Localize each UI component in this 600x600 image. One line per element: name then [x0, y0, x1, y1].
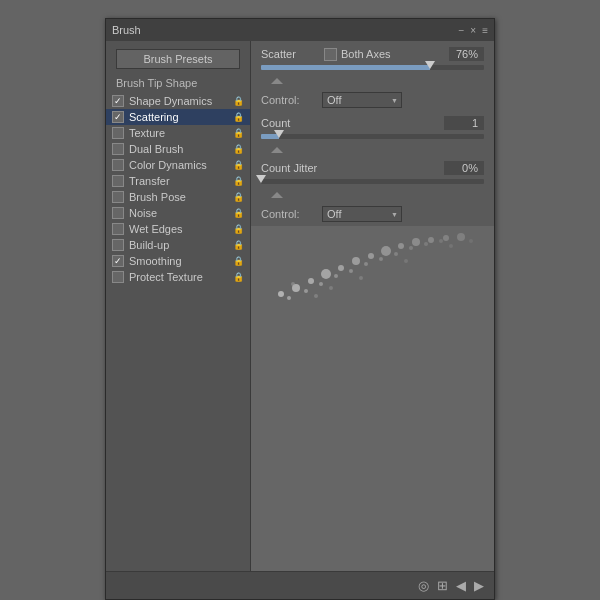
- checkbox-scattering[interactable]: [112, 111, 124, 123]
- checkbox-wet-edges[interactable]: [112, 223, 124, 235]
- checkbox-texture[interactable]: [112, 127, 124, 139]
- control-select-wrapper-2[interactable]: Off Fade Pen Pressure: [322, 206, 402, 222]
- label-brush-pose: Brush Pose: [129, 191, 232, 203]
- label-wet-edges: Wet Edges: [129, 223, 232, 235]
- checkbox-shape-dynamics[interactable]: [112, 95, 124, 107]
- title-bar-right: − × ≡: [458, 25, 488, 36]
- checkbox-brush-pose[interactable]: [112, 191, 124, 203]
- svg-point-18: [364, 262, 368, 266]
- svg-point-30: [469, 239, 473, 243]
- count-slider-thumb[interactable]: [274, 130, 284, 138]
- menu-item-scattering[interactable]: Scattering 🔒: [106, 109, 250, 125]
- bottom-icon-3[interactable]: ◀: [456, 578, 466, 593]
- svg-point-15: [319, 282, 323, 286]
- count-value[interactable]: 1: [444, 116, 484, 130]
- section-triangle-1[interactable]: [271, 78, 283, 84]
- svg-point-4: [338, 265, 344, 271]
- label-scattering: Scattering: [129, 111, 232, 123]
- svg-point-22: [424, 242, 428, 246]
- scatter-label: Scatter: [261, 48, 316, 60]
- label-build-up: Build-up: [129, 239, 232, 251]
- svg-point-13: [287, 296, 291, 300]
- svg-point-14: [304, 289, 308, 293]
- menu-item-brush-pose[interactable]: Brush Pose 🔒: [106, 189, 250, 205]
- checkbox-transfer[interactable]: [112, 175, 124, 187]
- svg-point-27: [359, 276, 363, 280]
- svg-point-8: [398, 243, 404, 249]
- svg-point-2: [308, 278, 314, 284]
- scatter-slider-thumb[interactable]: [425, 61, 435, 69]
- menu-item-wet-edges[interactable]: Wet Edges 🔒: [106, 221, 250, 237]
- brush-panel: Brush − × ≡ Brush Presets Brush Tip Shap…: [105, 18, 495, 600]
- lock-icon-scattering: 🔒: [232, 111, 244, 123]
- menu-item-build-up[interactable]: Build-up 🔒: [106, 237, 250, 253]
- count-slider-track[interactable]: [261, 134, 484, 139]
- count-jitter-slider-thumb[interactable]: [256, 175, 266, 183]
- svg-point-7: [381, 246, 391, 256]
- menu-item-color-dynamics[interactable]: Color Dynamics 🔒: [106, 157, 250, 173]
- section-triangle-3[interactable]: [271, 192, 283, 198]
- label-transfer: Transfer: [129, 175, 232, 187]
- svg-point-19: [379, 257, 383, 261]
- scatter-slider-track[interactable]: [261, 65, 484, 70]
- svg-point-5: [352, 257, 360, 265]
- left-panel: Brush Presets Brush Tip Shape Shape Dyna…: [106, 41, 251, 571]
- lock-icon-transfer: 🔒: [232, 175, 244, 187]
- count-jitter-slider-track[interactable]: [261, 179, 484, 184]
- menu-item-texture[interactable]: Texture 🔒: [106, 125, 250, 141]
- svg-point-16: [334, 274, 338, 278]
- scatter-preview-svg: [251, 226, 494, 571]
- svg-point-26: [329, 286, 333, 290]
- checkbox-smoothing[interactable]: [112, 255, 124, 267]
- both-axes-checkbox[interactable]: [324, 48, 337, 61]
- checkbox-dual-brush[interactable]: [112, 143, 124, 155]
- count-jitter-slider-row: [251, 179, 494, 188]
- control-select-2[interactable]: Off Fade Pen Pressure: [322, 206, 402, 222]
- section-triangle-2[interactable]: [271, 147, 283, 153]
- control-select-wrapper-1[interactable]: Off Fade Pen Pressure: [322, 92, 402, 108]
- panel-title: Brush: [112, 24, 141, 36]
- bottom-icon-2[interactable]: ⊞: [437, 578, 448, 593]
- lock-icon-protect-texture: 🔒: [232, 271, 244, 283]
- count-jitter-label: Count Jitter: [261, 162, 444, 174]
- lock-icon-noise: 🔒: [232, 207, 244, 219]
- svg-point-0: [278, 291, 284, 297]
- title-bar-left: Brush: [112, 24, 141, 36]
- menu-item-smoothing[interactable]: Smoothing 🔒: [106, 253, 250, 269]
- bottom-icon-4[interactable]: ▶: [474, 578, 484, 593]
- menu-item-shape-dynamics[interactable]: Shape Dynamics 🔒: [106, 93, 250, 109]
- checkbox-noise[interactable]: [112, 207, 124, 219]
- menu-item-protect-texture[interactable]: Protect Texture 🔒: [106, 269, 250, 285]
- menu-item-noise[interactable]: Noise 🔒: [106, 205, 250, 221]
- control-select-1[interactable]: Off Fade Pen Pressure: [322, 92, 402, 108]
- minimize-button[interactable]: −: [458, 25, 464, 36]
- svg-point-9: [412, 238, 420, 246]
- brush-preview-area: [251, 226, 494, 571]
- svg-point-25: [314, 294, 318, 298]
- close-button[interactable]: ×: [470, 25, 476, 36]
- control-label-1: Control:: [261, 94, 316, 106]
- menu-button[interactable]: ≡: [482, 25, 488, 36]
- svg-point-23: [439, 239, 443, 243]
- bottom-icon-1[interactable]: ◎: [418, 578, 429, 593]
- label-noise: Noise: [129, 207, 232, 219]
- both-axes-label: Both Axes: [341, 48, 391, 60]
- menu-item-transfer[interactable]: Transfer 🔒: [106, 173, 250, 189]
- svg-point-29: [449, 244, 453, 248]
- brush-tip-shape-label: Brush Tip Shape: [106, 75, 250, 93]
- both-axes-check[interactable]: Both Axes: [324, 48, 391, 61]
- svg-point-10: [428, 237, 434, 243]
- brush-presets-button[interactable]: Brush Presets: [116, 49, 240, 69]
- checkbox-color-dynamics[interactable]: [112, 159, 124, 171]
- menu-item-dual-brush[interactable]: Dual Brush 🔒: [106, 141, 250, 157]
- svg-point-12: [457, 233, 465, 241]
- svg-point-28: [404, 259, 408, 263]
- scatter-percent-value[interactable]: 76%: [449, 47, 484, 61]
- checkbox-build-up[interactable]: [112, 239, 124, 251]
- control-row-1: Control: Off Fade Pen Pressure: [251, 88, 494, 112]
- main-content: Brush Presets Brush Tip Shape Shape Dyna…: [106, 41, 494, 571]
- count-jitter-value[interactable]: 0%: [444, 161, 484, 175]
- checkbox-protect-texture[interactable]: [112, 271, 124, 283]
- label-texture: Texture: [129, 127, 232, 139]
- control-label-2: Control:: [261, 208, 316, 220]
